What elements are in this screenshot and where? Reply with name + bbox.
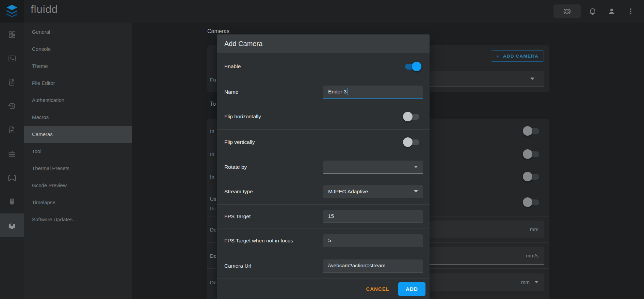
nav-item-general[interactable]: General bbox=[24, 24, 132, 41]
fluidd-logo[interactable] bbox=[0, 0, 24, 23]
name-input[interactable]: Ender 3 bbox=[323, 86, 423, 99]
camera-url-row: Camera Url /webcam?action=stream bbox=[217, 253, 430, 279]
macros-braces-icon[interactable]: {...} bbox=[0, 166, 24, 190]
name-row: Name Ender 3 bbox=[217, 80, 430, 104]
field-label: Flip horizontally bbox=[224, 114, 261, 120]
field-label: Camera Url bbox=[224, 263, 251, 269]
timelapse-file-icon[interactable] bbox=[0, 118, 24, 142]
row-label-partial: De bbox=[210, 227, 216, 233]
system-host-icon[interactable] bbox=[0, 190, 24, 213]
section-heading-partial: To bbox=[210, 101, 216, 107]
nav-item-tool[interactable]: Tool bbox=[24, 143, 132, 160]
rotate-by-select[interactable] bbox=[323, 161, 423, 174]
add-camera-button[interactable]: + ADD CAMERA bbox=[491, 50, 544, 62]
row-label-partial: Us bbox=[210, 196, 216, 202]
flip-horizontal-toggle[interactable] bbox=[405, 113, 419, 120]
enable-toggle[interactable] bbox=[405, 63, 419, 70]
fps-unfocused-row: FPS Target when not in focus 5 bbox=[217, 228, 430, 253]
unit-suffix: mm bbox=[521, 279, 530, 285]
flip-horizontally-row: Flip horizontally bbox=[217, 104, 430, 130]
rotate-by-row: Rotate by bbox=[217, 155, 430, 179]
nav-item-timelapse[interactable]: Timelapse bbox=[24, 194, 132, 211]
dashboard-icon[interactable] bbox=[0, 23, 24, 46]
add-button[interactable]: ADD bbox=[398, 282, 425, 296]
row-toggle[interactable] bbox=[525, 173, 539, 180]
row-label-partial: In bbox=[210, 128, 214, 134]
field-label: Enable bbox=[224, 63, 241, 70]
account-icon[interactable] bbox=[605, 4, 619, 18]
emergency-stop-button[interactable] bbox=[553, 4, 581, 18]
field-label: FPS Target when not in focus bbox=[224, 238, 293, 244]
stream-type-select[interactable]: MJPEG Adaptive bbox=[323, 185, 423, 198]
field-label: FPS Target bbox=[224, 213, 251, 220]
field-label: Name bbox=[224, 89, 238, 95]
add-camera-dialog: Add Camera Enable Name Ender 3 Flip hori… bbox=[217, 34, 430, 299]
cancel-button[interactable]: CANCEL bbox=[366, 286, 389, 292]
nav-item-file-editor[interactable]: File Editor bbox=[24, 75, 132, 92]
enable-row: Enable bbox=[217, 53, 430, 80]
fps-unfocused-input[interactable]: 5 bbox=[323, 234, 423, 247]
field-label: Flip vertically bbox=[224, 139, 255, 145]
text-cursor bbox=[347, 88, 348, 95]
dialog-title: Add Camera bbox=[217, 34, 430, 53]
row-label-partial: In bbox=[210, 174, 214, 180]
row-toggle[interactable] bbox=[525, 198, 539, 206]
app-title: fluidd bbox=[31, 3, 58, 16]
row-toggle[interactable] bbox=[525, 127, 539, 135]
console-icon[interactable] bbox=[0, 46, 24, 70]
nav-item-console[interactable]: Console bbox=[24, 41, 132, 58]
field-label: Rotate by bbox=[224, 164, 247, 170]
chevron-down-icon bbox=[414, 166, 418, 168]
field-label: Stream type bbox=[224, 189, 253, 195]
row-label-partial: In bbox=[210, 151, 214, 157]
flip-vertical-toggle[interactable] bbox=[405, 138, 419, 146]
nav-item-authentication[interactable]: Authentication bbox=[24, 92, 132, 109]
row-select[interactable]: mm bbox=[426, 273, 544, 291]
nav-item-software-updates[interactable]: Software Updates bbox=[24, 211, 132, 228]
nav-item-gcode-preview[interactable]: Gcode Preview bbox=[24, 177, 132, 194]
row-toggle[interactable] bbox=[525, 150, 539, 158]
section-heading-cameras: Cameras bbox=[207, 28, 229, 34]
flip-vertically-row: Flip vertically bbox=[217, 130, 430, 155]
jobs-file-icon[interactable] bbox=[0, 70, 24, 94]
unit-suffix: mm/s bbox=[526, 253, 538, 258]
dialog-actions: CANCEL ADD bbox=[217, 279, 430, 299]
topbar-actions bbox=[553, 0, 638, 23]
nav-item-thermal-presets[interactable]: Thermal Presets bbox=[24, 160, 132, 177]
row-label-partial: Fu bbox=[210, 77, 216, 83]
row-input[interactable]: mm/s bbox=[426, 247, 544, 265]
nav-item-macros[interactable]: Macros bbox=[24, 109, 132, 126]
kebab-menu-icon[interactable] bbox=[624, 4, 638, 18]
settings-nav: General Console Theme File Editor Authen… bbox=[24, 23, 132, 299]
camera-url-input[interactable]: /webcam?action=stream bbox=[323, 259, 423, 272]
settings-gear-icon[interactable] bbox=[0, 213, 24, 237]
row-input[interactable]: mm bbox=[426, 221, 544, 238]
chevron-down-icon bbox=[414, 190, 418, 193]
stream-type-row: Stream type MJPEG Adaptive bbox=[217, 179, 430, 205]
fps-target-row: FPS Target 15 bbox=[217, 205, 430, 228]
notifications-bell-icon[interactable] bbox=[585, 4, 600, 18]
tune-sliders-icon[interactable] bbox=[0, 142, 24, 166]
icon-rail: {...} bbox=[0, 23, 24, 299]
unit-suffix: mm bbox=[530, 226, 538, 232]
row-sublabel-partial: Us bbox=[210, 206, 215, 211]
chevron-down-icon bbox=[530, 78, 534, 80]
chevron-down-icon bbox=[534, 281, 538, 283]
row-label-partial: De bbox=[210, 253, 216, 258]
row-label-partial: De bbox=[210, 280, 216, 285]
nav-item-cameras[interactable]: Cameras bbox=[24, 126, 132, 143]
nav-item-theme[interactable]: Theme bbox=[24, 58, 132, 75]
fps-target-input[interactable]: 15 bbox=[323, 210, 423, 223]
top-app-bar: fluidd bbox=[0, 0, 644, 23]
history-icon[interactable] bbox=[0, 94, 24, 118]
plus-icon: + bbox=[496, 53, 500, 60]
